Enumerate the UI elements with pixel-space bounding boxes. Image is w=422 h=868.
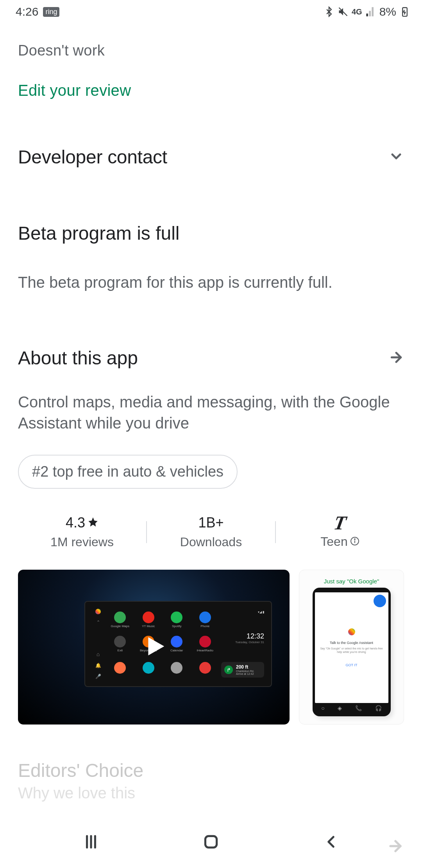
play-icon <box>140 633 168 662</box>
about-body: Control maps, media and messaging, with … <box>18 391 393 434</box>
svg-point-5 <box>354 539 355 540</box>
arrow-right-icon <box>388 350 404 367</box>
svg-rect-10 <box>205 836 216 847</box>
car-app-icon <box>194 657 217 679</box>
stat-downloads: 1B+ Downloads <box>147 515 275 549</box>
status-bar: 4:26 ring 4G 8% <box>0 0 422 23</box>
network-type: 4G <box>352 7 362 16</box>
car-app-icon <box>109 657 132 679</box>
about-heading: About this app <box>18 347 138 369</box>
stat-content-rating[interactable]: T Teen <box>276 515 404 549</box>
assistant-logo-icon <box>348 628 355 635</box>
battery-percent: 8% <box>379 5 396 18</box>
rating-value: 4.3 <box>66 515 85 531</box>
bluetooth-icon <box>324 6 334 17</box>
promo-video-thumbnail[interactable]: ⌃ ⌂ 🔔 🎤 Google MapsYT MusicSpotifyPhoneE… <box>18 570 290 725</box>
back-button[interactable] <box>321 832 341 853</box>
beta-heading: Beta program is full <box>18 222 404 244</box>
battery-charging-icon <box>399 6 410 17</box>
car-date: Tuesday, October 31 <box>221 640 264 644</box>
developer-contact-heading: Developer contact <box>18 146 167 168</box>
mute-icon <box>338 6 349 17</box>
stat-rating[interactable]: 4.3 1M reviews <box>18 515 146 549</box>
edit-review-link[interactable]: Edit your review <box>18 82 404 99</box>
teen-rating-icon: T <box>333 515 347 531</box>
recents-button[interactable] <box>81 832 101 853</box>
car-app-icon: iHeartRadio <box>194 633 217 655</box>
downloads-count: 1B+ <box>198 515 224 531</box>
car-clock: 12:32 <box>221 632 264 640</box>
info-icon <box>350 534 359 549</box>
downloads-label: Downloads <box>180 535 242 549</box>
screenshot-thumbnail[interactable]: Just say "Ok Google" Talk to the Google … <box>299 570 404 725</box>
car-app-icon: Exit <box>109 633 132 655</box>
car-app-icon: Spotify <box>165 609 188 631</box>
star-icon <box>88 515 98 531</box>
car-app-icon <box>165 657 188 679</box>
clock: 4:26 <box>16 5 38 18</box>
user-review-text: Doesn't work <box>18 42 404 59</box>
status-right: 4G 8% <box>324 5 410 18</box>
car-nav-card: ↱ 200 ft Charleston Rd. Arrive at 12:42 <box>221 662 264 678</box>
status-left: 4:26 ring <box>16 5 59 18</box>
media-row[interactable]: ⌃ ⌂ 🔔 🎤 Google MapsYT MusicSpotifyPhoneE… <box>18 570 404 725</box>
mic-fab-icon <box>374 595 386 607</box>
stats-row: 4.3 1M reviews 1B+ Downloads T Teen <box>18 515 404 549</box>
chevron-down-icon <box>388 149 404 166</box>
editors-choice-sub: Why we love this <box>18 784 404 802</box>
car-app-icon: Phone <box>194 609 217 631</box>
home-button[interactable] <box>201 832 221 853</box>
car-app-icon: Google Maps <box>109 609 132 631</box>
car-app-icon: YT Music <box>137 609 160 631</box>
car-app-icon: Calendar <box>165 633 188 655</box>
ring-app-badge: ring <box>43 7 59 17</box>
beta-body: The beta program for this app is current… <box>18 272 404 292</box>
reviews-label: 1M reviews <box>50 535 114 549</box>
content-rating-label: Teen <box>320 534 347 549</box>
signal-icon <box>365 6 376 17</box>
developer-contact-row[interactable]: Developer contact <box>18 146 404 168</box>
editors-choice-heading: Editors' Choice <box>18 760 404 781</box>
car-dashboard-screen: ⌃ ⌂ 🔔 🎤 Google MapsYT MusicSpotifyPhoneE… <box>84 601 272 687</box>
system-nav-bar <box>0 817 422 868</box>
ok-google-headline: Just say "Ok Google" <box>324 578 379 585</box>
about-app-row[interactable]: About this app <box>18 347 404 369</box>
phone-mockup: Talk to the Google Assistant Say "Ok Goo… <box>313 588 391 716</box>
category-chip[interactable]: #2 top free in auto & vehicles <box>18 455 238 489</box>
